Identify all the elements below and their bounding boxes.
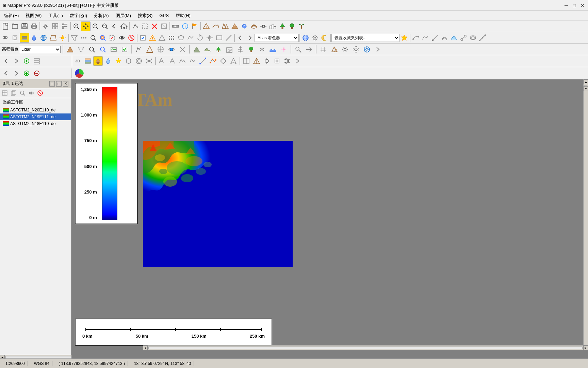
dots-button[interactable] xyxy=(79,33,88,43)
perspective-button[interactable] xyxy=(10,33,20,43)
tree2-button[interactable] xyxy=(287,21,297,31)
elev-route[interactable] xyxy=(134,45,144,54)
panel-minimize-button[interactable]: ─ xyxy=(49,81,55,87)
panel-search-button[interactable] xyxy=(18,89,27,97)
mountain2-button[interactable] xyxy=(329,45,339,54)
global-settings-button[interactable] xyxy=(362,45,372,54)
panel-close-button[interactable]: ✕ xyxy=(63,81,68,87)
select-button[interactable] xyxy=(140,21,150,31)
draw-point-button[interactable] xyxy=(131,21,140,31)
landscape-tower[interactable] xyxy=(235,45,245,54)
zoom-selected-button[interactable] xyxy=(98,33,108,43)
restore-button[interactable]: □ xyxy=(572,3,577,8)
map-area[interactable]: TAm 1,250 m 1,000 m 750 m 500 m 250 m 0 … xyxy=(71,79,588,359)
extra-settings1[interactable] xyxy=(262,56,272,66)
globe-button[interactable] xyxy=(301,33,310,43)
layer-item-3[interactable]: ASTGTM2_N18E110_de xyxy=(0,120,71,127)
menu-help[interactable]: 帮助(H) xyxy=(173,12,193,19)
contour-button[interactable] xyxy=(249,21,259,31)
home-button[interactable] xyxy=(119,21,129,31)
disp-layer[interactable] xyxy=(83,56,93,66)
path-tool3[interactable] xyxy=(178,56,187,66)
elev-tool1[interactable] xyxy=(65,45,75,54)
remove-layer-button[interactable] xyxy=(127,33,136,43)
flag-button[interactable] xyxy=(190,21,199,31)
moon-button[interactable] xyxy=(320,33,329,43)
extra-chevron[interactable] xyxy=(293,56,302,66)
grid-view-button[interactable] xyxy=(50,21,60,31)
info-button[interactable]: i xyxy=(180,21,190,31)
add-layer-button[interactable] xyxy=(22,56,31,66)
elev-view[interactable] xyxy=(167,45,176,54)
curved-line-button[interactable] xyxy=(421,33,430,43)
grid-tool[interactable] xyxy=(318,45,328,54)
scroll-right-button[interactable]: ► xyxy=(583,346,588,350)
elev-zoom[interactable] xyxy=(87,45,97,54)
warning-button[interactable] xyxy=(148,33,157,43)
line-draw-button[interactable] xyxy=(411,33,421,43)
extra-settings2[interactable] xyxy=(272,56,282,66)
atlas-select[interactable]: Atlas 着色器 xyxy=(255,34,299,42)
path-tool7[interactable] xyxy=(218,56,228,66)
landscape-building[interactable] xyxy=(225,45,234,54)
water-button[interactable] xyxy=(240,21,249,31)
menu-analysis[interactable]: 分析(A) xyxy=(91,12,111,19)
path-tool1[interactable] xyxy=(157,56,167,66)
disp-star[interactable] xyxy=(114,56,123,66)
terrain-mountain-button[interactable] xyxy=(201,21,211,31)
nav-back-button[interactable] xyxy=(1,56,11,66)
pencil-line-button[interactable] xyxy=(224,33,233,43)
new-file-button[interactable] xyxy=(1,21,10,31)
scroll-down-button[interactable]: ▼ xyxy=(584,86,588,91)
zoom-in-button[interactable] xyxy=(91,21,100,31)
triangle-button[interactable] xyxy=(157,33,167,43)
landscape-tree1[interactable] xyxy=(214,45,223,54)
panel-table-button[interactable] xyxy=(1,89,9,97)
elev-classify[interactable] xyxy=(156,45,165,54)
print-button[interactable] xyxy=(29,21,39,31)
scroll-left-button[interactable]: ◄ xyxy=(143,346,148,350)
water-drop-button[interactable] xyxy=(29,33,39,43)
measure-distance-button[interactable] xyxy=(171,21,180,31)
key-button[interactable] xyxy=(293,45,303,54)
terrain-peak-button[interactable] xyxy=(230,21,240,31)
atlas-prev-button[interactable] xyxy=(235,33,245,43)
pan-button[interactable] xyxy=(81,21,91,31)
city-button[interactable] xyxy=(268,21,278,31)
path-tool2[interactable] xyxy=(167,56,177,66)
menu-layer[interactable]: 图层(M) xyxy=(113,12,134,19)
landscape-windmill[interactable] xyxy=(257,45,267,54)
zoom-out-button[interactable] xyxy=(100,21,110,31)
path-tool4[interactable] xyxy=(188,56,197,66)
elev-3d-terrain[interactable] xyxy=(145,45,154,54)
terrain3-button[interactable] xyxy=(48,33,58,43)
menu-edit[interactable]: 编辑(E) xyxy=(1,12,21,19)
menu-gps[interactable]: GPS xyxy=(157,12,171,19)
disp-network[interactable] xyxy=(144,56,154,66)
layer-list-button[interactable] xyxy=(32,56,42,66)
path-tool6[interactable] xyxy=(208,56,218,66)
intersect-button[interactable] xyxy=(468,33,478,43)
menu-digitize[interactable]: 数字化(I) xyxy=(67,12,90,19)
bookmarks-select[interactable]: 设置收藏夹列表... xyxy=(331,34,399,42)
settings2-button[interactable] xyxy=(340,45,350,54)
v-scroll-track[interactable] xyxy=(584,85,587,86)
layer-item-2[interactable]: ASTGTM2_N19E111_de xyxy=(0,113,71,120)
atlas-next-button[interactable] xyxy=(245,33,255,43)
chevron-right-button[interactable] xyxy=(373,45,382,54)
elev-cut[interactable] xyxy=(178,45,187,54)
delete-button[interactable] xyxy=(150,21,159,31)
landscape-mountain[interactable] xyxy=(192,45,201,54)
elev-zoom2[interactable] xyxy=(98,45,108,54)
tree-button[interactable] xyxy=(278,21,287,31)
landscape-hill[interactable] xyxy=(203,45,212,54)
h-scrollbar[interactable]: ◄ ► xyxy=(143,345,588,350)
crs-settings-button[interactable] xyxy=(310,33,320,43)
landscape-flowers[interactable] xyxy=(279,45,289,54)
scroll-up-button[interactable]: ▲ xyxy=(584,79,588,84)
layer-item-1[interactable]: ASTGTM2_N20E110_de xyxy=(0,107,71,113)
dots2-button[interactable] xyxy=(167,33,176,43)
elevation-select[interactable]: Lidar DEM SRTM xyxy=(20,46,61,53)
zoom-area-button[interactable] xyxy=(71,21,81,31)
compass-left-button[interactable] xyxy=(1,68,11,78)
